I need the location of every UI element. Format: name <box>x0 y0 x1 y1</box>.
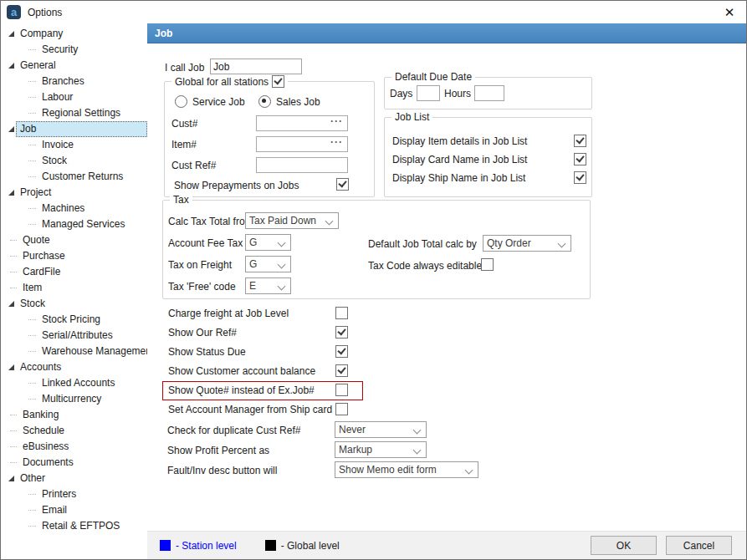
tree-connector-icon <box>10 272 17 272</box>
tree-item-printers[interactable]: Printers <box>1 486 147 502</box>
display-ship-name-in-job-list-checkbox[interactable] <box>574 171 586 184</box>
fault-inv-desc-button-will-dropdown[interactable]: Show Memo edit form <box>335 461 478 478</box>
tree-item-stock[interactable]: Stock <box>1 296 147 312</box>
tree-item-project[interactable]: Project <box>1 185 147 201</box>
dropdown-row-show-profit-percent-as: Show Profit Percent asMarkup <box>162 441 514 461</box>
tree-item-company[interactable]: Company <box>1 26 147 42</box>
tree-item-label: Documents <box>18 455 78 471</box>
tree-item-customer-returns[interactable]: Customer Returns <box>1 169 147 185</box>
tree-item-cardfile[interactable]: CardFile <box>1 264 147 280</box>
tree-connector-icon <box>28 526 36 527</box>
tree-item-accounts[interactable]: Accounts <box>1 359 147 375</box>
tree-item-machines[interactable]: Machines <box>1 201 147 216</box>
show-status-due-label: Show Status Due <box>168 346 246 358</box>
tree-item-security[interactable]: Security <box>1 42 147 58</box>
tree-connector-icon <box>28 49 36 50</box>
tree-item-stock[interactable]: Stock <box>1 153 147 169</box>
cust-ref-field[interactable] <box>256 157 348 173</box>
show-prepayments-checkbox[interactable] <box>336 178 349 191</box>
show-quote-instead-of-ex-job-checkbox[interactable] <box>335 384 348 396</box>
calc-tax-total-from-dropdown[interactable]: Tax Paid Down <box>245 212 339 229</box>
panel-header: Job <box>147 23 746 43</box>
expander-icon[interactable] <box>8 126 14 132</box>
tax-on-freight-dropdown[interactable]: G <box>245 256 291 272</box>
tax-free-code-dropdown[interactable]: E <box>245 277 291 294</box>
close-icon[interactable]: ✕ <box>718 3 741 22</box>
tree-item-serial-attributes[interactable]: Serial/Attributes <box>1 328 147 344</box>
tree-item-regional-settings[interactable]: Regional Settings <box>1 105 147 121</box>
display-card-name-in-job-list-checkbox[interactable] <box>574 153 586 165</box>
tree-item-managed-services[interactable]: Managed Services <box>1 216 147 232</box>
check-for-duplicate-cust-ref-dropdown[interactable]: Never <box>335 421 427 438</box>
expander-icon[interactable] <box>8 364 14 370</box>
tree-item-general[interactable]: General <box>1 58 147 74</box>
tree-connector-icon <box>28 224 36 225</box>
dropdown-row-list: Check for duplicate Cust Ref#NeverShow P… <box>162 421 514 481</box>
tax-code-editable-checkbox[interactable] <box>481 258 494 271</box>
tree-item-invoice[interactable]: Invoice <box>1 137 147 153</box>
tree-item-stock-pricing[interactable]: Stock Pricing <box>1 312 147 328</box>
tree-item-schedule[interactable]: Schedule <box>1 423 147 439</box>
days-input[interactable] <box>417 85 440 101</box>
tree-item-banking[interactable]: Banking <box>1 407 147 423</box>
tree-item-quote[interactable]: Quote <box>1 232 147 248</box>
tree-item-documents[interactable]: Documents <box>1 455 147 471</box>
tree-connector-icon <box>28 335 36 336</box>
tree-item-item[interactable]: Item <box>1 280 147 296</box>
default-job-total-dropdown[interactable]: Qty Order <box>483 235 571 252</box>
set-account-manager-from-ship-card-label: Set Account Manager from Ship card <box>168 404 332 415</box>
show-customer-account-balance-checkbox[interactable] <box>335 364 348 377</box>
account-fee-tax-dropdown[interactable]: G <box>245 234 291 251</box>
expander-icon[interactable] <box>8 31 14 37</box>
charge-freight-at-job-level-checkbox[interactable] <box>335 307 348 319</box>
tree-item-label: Item <box>18 280 46 296</box>
tree-item-other[interactable]: Other <box>1 471 147 486</box>
tree-item-warehouse-management[interactable]: Warehouse Management <box>1 344 147 359</box>
job-list-title: Job List <box>391 111 432 123</box>
tree-item-linked-accounts[interactable]: Linked Accounts <box>1 375 147 391</box>
i-call-job-label: I call Job <box>165 62 204 74</box>
tree-item-label: Purchase <box>18 248 69 264</box>
service-job-radio[interactable]: Service Job <box>175 95 245 108</box>
tree-connector-icon <box>28 510 36 511</box>
tree-item-labour[interactable]: Labour <box>1 89 147 105</box>
tree-item-job[interactable]: Job <box>1 121 147 137</box>
options-tree: CompanySecurityGeneralBranchesLabourRegi… <box>1 23 147 559</box>
lookup-ellipsis-icon[interactable]: ··· <box>330 136 343 148</box>
tree-item-branches[interactable]: Branches <box>1 74 147 89</box>
show-our-ref-checkbox[interactable] <box>335 326 348 339</box>
station-level-legend: - Station level <box>160 540 237 552</box>
tree-item-label: Labour <box>38 89 77 105</box>
tree-item-label: Stock <box>38 153 71 169</box>
expander-icon[interactable] <box>8 476 14 481</box>
show-profit-percent-as-dropdown[interactable]: Markup <box>335 441 427 458</box>
global-for-all-stations-checkbox[interactable] <box>272 75 284 88</box>
tree-item-ebusiness[interactable]: eBusiness <box>1 439 147 455</box>
expander-icon[interactable] <box>8 301 14 307</box>
tree-item-multicurrency[interactable]: Multicurrency <box>1 391 147 407</box>
tree-item-label: Managed Services <box>38 216 129 232</box>
tree-item-email[interactable]: Email <box>1 502 147 518</box>
display-item-details-in-job-list-checkbox[interactable] <box>574 135 586 147</box>
i-call-job-input[interactable] <box>210 59 302 74</box>
lookup-ellipsis-icon[interactable]: ··· <box>330 115 343 127</box>
days-label: Days <box>390 88 412 99</box>
job-list-row: Display Ship Name in Job List <box>385 170 591 188</box>
cancel-button[interactable]: Cancel <box>666 536 732 555</box>
tree-item-retail-eftpos[interactable]: Retail & EFTPOS <box>1 518 147 534</box>
expander-icon[interactable] <box>8 63 14 69</box>
item-number-field[interactable]: ··· <box>256 136 348 152</box>
tree-item-purchase[interactable]: Purchase <box>1 248 147 264</box>
tree-connector-icon <box>28 383 36 384</box>
show-customer-account-balance-label: Show Customer account balance <box>168 365 315 377</box>
ok-button[interactable]: OK <box>591 536 657 555</box>
tree-item-label: Other <box>16 471 49 486</box>
hours-input[interactable] <box>474 85 504 101</box>
show-status-due-checkbox[interactable] <box>335 345 348 358</box>
expander-icon[interactable] <box>8 190 14 196</box>
sales-job-radio[interactable]: Sales Job <box>258 95 320 108</box>
show-our-ref-label: Show Our Ref# <box>168 327 237 339</box>
cust-number-field[interactable]: ··· <box>256 115 348 131</box>
set-account-manager-from-ship-card-checkbox[interactable] <box>335 403 348 415</box>
charge-freight-at-job-level-label: Charge freight at Job Level <box>168 308 289 319</box>
